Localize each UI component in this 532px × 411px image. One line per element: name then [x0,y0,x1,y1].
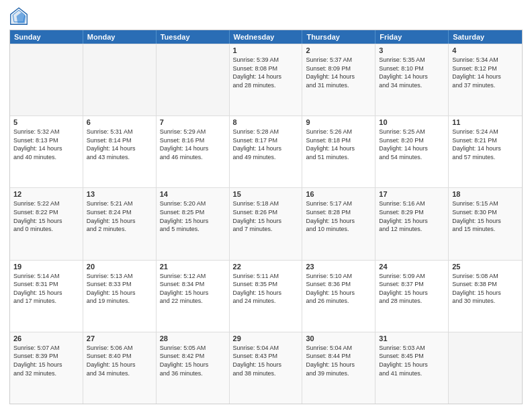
day-content: Sunrise: 5:06 AM Sunset: 8:40 PM Dayligh… [87,344,152,377]
day-content: Sunrise: 5:25 AM Sunset: 8:20 PM Dayligh… [379,128,445,161]
calendar-cell-empty-0-1 [83,44,157,116]
day-number: 14 [160,190,226,198]
day-header-sunday: Sunday [10,30,83,44]
calendar-cell-1: 1Sunrise: 5:39 AM Sunset: 8:08 PM Daylig… [230,44,303,116]
day-content: Sunrise: 5:18 AM Sunset: 8:26 PM Dayligh… [233,199,299,233]
calendar-row-0: 1Sunrise: 5:39 AM Sunset: 8:08 PM Daylig… [10,44,522,116]
calendar-cell-7: 7Sunrise: 5:29 AM Sunset: 8:16 PM Daylig… [157,116,230,187]
calendar-cell-empty-4-6 [449,332,522,404]
day-number: 26 [13,334,79,342]
day-number: 10 [379,118,445,126]
day-content: Sunrise: 5:07 AM Sunset: 8:39 PM Dayligh… [13,344,79,377]
calendar-body: 1Sunrise: 5:39 AM Sunset: 8:08 PM Daylig… [10,44,522,404]
day-header-saturday: Saturday [449,30,522,44]
calendar-cell-27: 27Sunrise: 5:06 AM Sunset: 8:40 PM Dayli… [83,332,157,404]
calendar-row-2: 12Sunrise: 5:22 AM Sunset: 8:22 PM Dayli… [10,187,522,259]
day-header-tuesday: Tuesday [157,30,230,44]
day-content: Sunrise: 5:29 AM Sunset: 8:16 PM Dayligh… [160,128,226,161]
day-number: 31 [379,334,445,342]
day-content: Sunrise: 5:12 AM Sunset: 8:34 PM Dayligh… [160,272,226,306]
calendar-cell-3: 3Sunrise: 5:35 AM Sunset: 8:10 PM Daylig… [375,44,449,116]
day-number: 30 [306,334,371,342]
day-number: 23 [306,263,371,271]
day-content: Sunrise: 5:22 AM Sunset: 8:22 PM Dayligh… [13,199,79,233]
calendar-cell-11: 11Sunrise: 5:24 AM Sunset: 8:21 PM Dayli… [449,116,522,187]
calendar-cell-5: 5Sunrise: 5:32 AM Sunset: 8:13 PM Daylig… [10,116,83,187]
calendar-cell-29: 29Sunrise: 5:04 AM Sunset: 8:43 PM Dayli… [230,332,303,404]
day-number: 29 [233,334,299,342]
page: SundayMondayTuesdayWednesdayThursdayFrid… [0,0,532,411]
day-content: Sunrise: 5:14 AM Sunset: 8:31 PM Dayligh… [13,272,79,306]
day-content: Sunrise: 5:39 AM Sunset: 8:08 PM Dayligh… [233,56,299,89]
calendar-cell-12: 12Sunrise: 5:22 AM Sunset: 8:22 PM Dayli… [10,188,83,259]
calendar-cell-25: 25Sunrise: 5:08 AM Sunset: 8:38 PM Dayli… [449,261,522,332]
day-number: 7 [160,118,226,126]
day-number: 1 [233,46,299,54]
calendar-cell-4: 4Sunrise: 5:34 AM Sunset: 8:12 PM Daylig… [449,44,522,116]
calendar-cell-21: 21Sunrise: 5:12 AM Sunset: 8:34 PM Dayli… [157,261,230,332]
day-number: 16 [306,190,371,198]
day-content: Sunrise: 5:26 AM Sunset: 8:18 PM Dayligh… [306,128,371,161]
day-number: 20 [87,263,152,271]
day-number: 19 [13,263,79,271]
day-number: 6 [87,118,152,126]
day-content: Sunrise: 5:03 AM Sunset: 8:45 PM Dayligh… [379,344,445,377]
calendar-cell-16: 16Sunrise: 5:17 AM Sunset: 8:28 PM Dayli… [302,188,375,259]
calendar-row-1: 5Sunrise: 5:32 AM Sunset: 8:13 PM Daylig… [10,116,522,187]
calendar-cell-2: 2Sunrise: 5:37 AM Sunset: 8:09 PM Daylig… [302,44,375,116]
day-content: Sunrise: 5:04 AM Sunset: 8:43 PM Dayligh… [233,344,299,377]
day-header-friday: Friday [375,30,449,44]
calendar-cell-19: 19Sunrise: 5:14 AM Sunset: 8:31 PM Dayli… [10,261,83,332]
calendar-cell-14: 14Sunrise: 5:20 AM Sunset: 8:25 PM Dayli… [157,188,230,259]
day-number: 13 [87,190,152,198]
day-number: 22 [233,263,299,271]
day-number: 27 [87,334,152,342]
logo [9,7,30,26]
calendar-cell-17: 17Sunrise: 5:16 AM Sunset: 8:29 PM Dayli… [375,188,449,259]
day-number: 8 [233,118,299,126]
day-number: 24 [379,263,445,271]
day-number: 4 [452,46,519,54]
day-number: 5 [13,118,79,126]
day-number: 28 [160,334,226,342]
calendar-cell-18: 18Sunrise: 5:15 AM Sunset: 8:30 PM Dayli… [449,188,522,259]
day-content: Sunrise: 5:10 AM Sunset: 8:36 PM Dayligh… [306,272,371,306]
day-number: 17 [379,190,445,198]
day-number: 2 [306,46,371,54]
day-content: Sunrise: 5:15 AM Sunset: 8:30 PM Dayligh… [452,199,519,233]
day-number: 9 [306,118,371,126]
day-content: Sunrise: 5:21 AM Sunset: 8:24 PM Dayligh… [87,199,152,233]
calendar-cell-30: 30Sunrise: 5:04 AM Sunset: 8:44 PM Dayli… [302,332,375,404]
calendar-row-4: 26Sunrise: 5:07 AM Sunset: 8:39 PM Dayli… [10,332,522,404]
day-content: Sunrise: 5:11 AM Sunset: 8:35 PM Dayligh… [233,272,299,306]
day-content: Sunrise: 5:35 AM Sunset: 8:10 PM Dayligh… [379,56,445,89]
day-content: Sunrise: 5:04 AM Sunset: 8:44 PM Dayligh… [306,344,371,377]
day-header-monday: Monday [83,30,157,44]
day-number: 3 [379,46,445,54]
header [9,7,523,26]
calendar-cell-15: 15Sunrise: 5:18 AM Sunset: 8:26 PM Dayli… [230,188,303,259]
day-number: 18 [452,190,519,198]
calendar-cell-empty-0-0 [10,44,83,116]
calendar-cell-20: 20Sunrise: 5:13 AM Sunset: 8:33 PM Dayli… [83,261,157,332]
calendar-row-3: 19Sunrise: 5:14 AM Sunset: 8:31 PM Dayli… [10,260,522,332]
calendar-cell-31: 31Sunrise: 5:03 AM Sunset: 8:45 PM Dayli… [375,332,449,404]
calendar-cell-22: 22Sunrise: 5:11 AM Sunset: 8:35 PM Dayli… [230,261,303,332]
day-content: Sunrise: 5:05 AM Sunset: 8:42 PM Dayligh… [160,344,226,377]
day-number: 21 [160,263,226,271]
calendar-cell-26: 26Sunrise: 5:07 AM Sunset: 8:39 PM Dayli… [10,332,83,404]
day-content: Sunrise: 5:28 AM Sunset: 8:17 PM Dayligh… [233,128,299,161]
day-content: Sunrise: 5:32 AM Sunset: 8:13 PM Dayligh… [13,128,79,161]
day-number: 15 [233,190,299,198]
logo-icon [9,7,28,26]
calendar-cell-24: 24Sunrise: 5:09 AM Sunset: 8:37 PM Dayli… [375,261,449,332]
calendar-cell-28: 28Sunrise: 5:05 AM Sunset: 8:42 PM Dayli… [157,332,230,404]
calendar-cell-13: 13Sunrise: 5:21 AM Sunset: 8:24 PM Dayli… [83,188,157,259]
day-header-wednesday: Wednesday [230,30,303,44]
day-content: Sunrise: 5:24 AM Sunset: 8:21 PM Dayligh… [452,128,519,161]
calendar-cell-23: 23Sunrise: 5:10 AM Sunset: 8:36 PM Dayli… [302,261,375,332]
day-content: Sunrise: 5:13 AM Sunset: 8:33 PM Dayligh… [87,272,152,306]
day-content: Sunrise: 5:09 AM Sunset: 8:37 PM Dayligh… [379,272,445,306]
day-number: 11 [452,118,519,126]
calendar-header: SundayMondayTuesdayWednesdayThursdayFrid… [10,30,522,44]
